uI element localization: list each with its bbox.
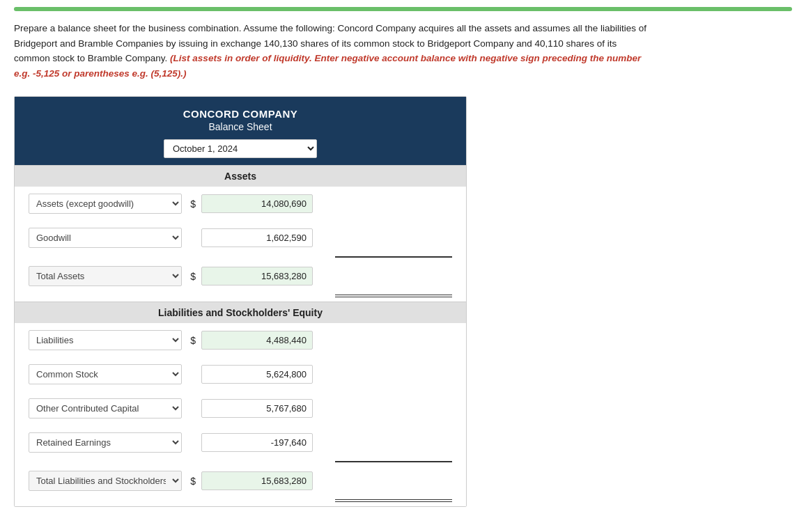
total-liab-double-line (335, 499, 452, 502)
total-assets-dollar: $ (187, 271, 196, 282)
other-contributed-dollar-spacer (187, 403, 196, 414)
balance-sheet: CONCORD COMPANY Balance Sheet October 1,… (14, 96, 467, 507)
total-liabilities-dollar: $ (187, 476, 196, 487)
assets-except-goodwill-input[interactable] (201, 194, 313, 213)
goodwill-input-wrapper[interactable] (201, 228, 313, 247)
other-contributed-select[interactable]: Other Contributed Capital (29, 398, 182, 418)
common-stock-input-wrapper[interactable] (201, 365, 313, 384)
liabilities-section-header: Liabilities and Stockholders' Equity (15, 302, 466, 323)
liabilities-row: Liabilities $ (22, 323, 459, 357)
assets-except-goodwill-select-wrapper[interactable]: Assets (except goodwill) (29, 194, 182, 214)
intro-paragraph: Prepare a balance sheet for the business… (14, 21, 655, 81)
total-assets-input-wrapper[interactable] (201, 267, 313, 285)
company-name: CONCORD COMPANY (22, 108, 459, 120)
total-assets-select[interactable]: Total Assets (29, 266, 182, 286)
liabilities-input-wrapper[interactable] (201, 331, 313, 350)
other-contributed-select-wrapper[interactable]: Other Contributed Capital (29, 398, 182, 418)
other-contributed-row: Other Contributed Capital (22, 391, 459, 425)
assets-except-goodwill-row: Assets (except goodwill) $ (22, 187, 459, 221)
total-assets-input[interactable] (201, 267, 313, 285)
liabilities-dollar-sign: $ (187, 335, 196, 346)
common-stock-dollar-spacer (187, 369, 196, 380)
goodwill-dollar-spacer (187, 233, 196, 244)
balance-sheet-header: CONCORD COMPANY Balance Sheet October 1,… (15, 97, 466, 165)
other-contributed-input[interactable] (201, 399, 313, 418)
goodwill-select-wrapper[interactable]: Goodwill (29, 228, 182, 248)
retained-earnings-input-wrapper[interactable] (201, 433, 313, 452)
top-progress-bar (14, 7, 792, 11)
retained-earnings-dollar-spacer (187, 437, 196, 448)
liabilities-body: Liabilities $ Common Stock (15, 323, 466, 506)
assets-section-header: Assets (15, 165, 466, 187)
total-assets-row: Total Assets $ (22, 259, 459, 293)
date-row: October 1, 2024 (22, 139, 459, 158)
goodwill-row: Goodwill (22, 221, 459, 255)
liabilities-input[interactable] (201, 331, 313, 350)
total-liab-double-separator (22, 498, 459, 503)
assets-dollar-sign: $ (187, 198, 196, 210)
liabilities-select-wrapper[interactable]: Liabilities (29, 330, 182, 350)
retained-earnings-select[interactable]: Retained Earnings (29, 432, 182, 453)
date-select[interactable]: October 1, 2024 (164, 139, 317, 158)
total-assets-double-separator (22, 293, 459, 299)
goodwill-input[interactable] (201, 228, 313, 247)
assets-except-goodwill-input-wrapper[interactable] (201, 194, 313, 213)
liabilities-separator-line (335, 461, 452, 462)
goodwill-select[interactable]: Goodwill (29, 228, 182, 248)
liabilities-select[interactable]: Liabilities (29, 330, 182, 350)
common-stock-input[interactable] (201, 365, 313, 384)
total-liabilities-select-wrapper[interactable]: Total Liabilities and Stockholders' Equi… (29, 471, 182, 491)
common-stock-row: Common Stock (22, 357, 459, 391)
assets-separator-line (335, 256, 452, 258)
total-liabilities-row: Total Liabilities and Stockholders' Equi… (22, 464, 459, 498)
total-assets-select-wrapper[interactable]: Total Assets (29, 266, 182, 286)
total-liabilities-input[interactable] (201, 471, 313, 490)
total-assets-double-line (335, 295, 452, 297)
common-stock-select[interactable]: Common Stock (29, 364, 182, 384)
total-liabilities-input-wrapper[interactable] (201, 471, 313, 490)
assets-body: Assets (except goodwill) $ Goodwill (15, 187, 466, 302)
total-liabilities-select[interactable]: Total Liabilities and Stockholders' Equi… (29, 471, 182, 491)
retained-earnings-input[interactable] (201, 433, 313, 452)
retained-earnings-select-wrapper[interactable]: Retained Earnings (29, 432, 182, 453)
assets-except-goodwill-select[interactable]: Assets (except goodwill) (29, 194, 182, 214)
common-stock-select-wrapper[interactable]: Common Stock (29, 364, 182, 384)
other-contributed-input-wrapper[interactable] (201, 399, 313, 418)
sheet-title: Balance Sheet (22, 121, 459, 132)
retained-earnings-row: Retained Earnings (22, 425, 459, 460)
